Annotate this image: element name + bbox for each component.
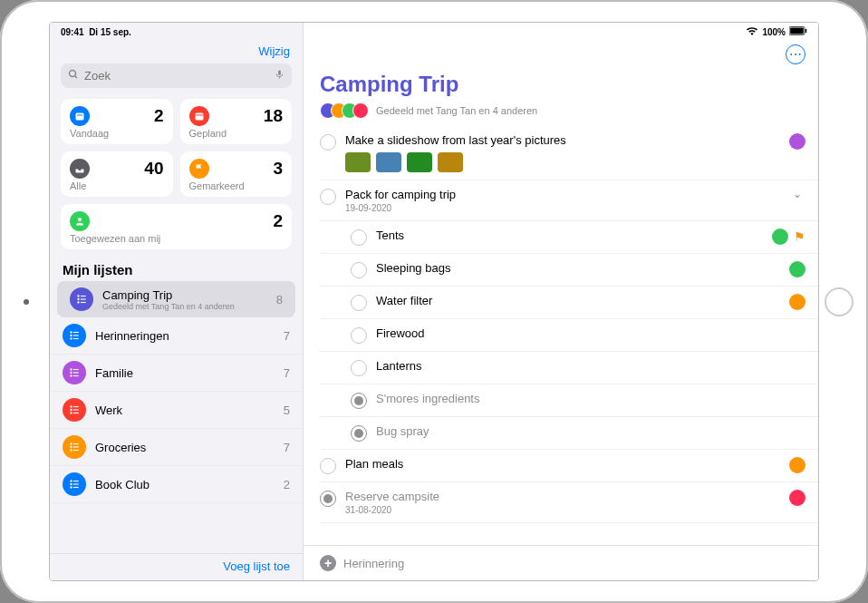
- card-today[interactable]: 2 Vandaag: [61, 99, 173, 144]
- task-radio[interactable]: [351, 360, 367, 376]
- thumbnail[interactable]: [438, 152, 463, 172]
- status-bar-right: 100%: [304, 23, 818, 41]
- home-button[interactable]: [825, 287, 854, 316]
- task-radio[interactable]: [320, 189, 336, 205]
- task-radio[interactable]: [320, 458, 336, 474]
- sidebar-list-werk[interactable]: Werk 5: [50, 392, 303, 429]
- shared-with-row[interactable]: Gedeeld met Tang Tan en 4 anderen: [304, 102, 818, 126]
- calendar-today-icon: [70, 106, 90, 126]
- task-title: Lanterns: [376, 359, 796, 373]
- more-button[interactable]: ⋯: [786, 44, 805, 64]
- svg-rect-36: [73, 443, 79, 444]
- list-name: Werk: [95, 404, 275, 417]
- svg-point-41: [70, 486, 72, 488]
- svg-rect-38: [73, 450, 79, 451]
- card-flagged-label: Gemarkeerd: [189, 180, 284, 191]
- list-name: Camping Trip: [102, 288, 267, 302]
- svg-point-11: [77, 301, 79, 303]
- svg-point-15: [70, 331, 72, 333]
- card-planned-count: 18: [264, 106, 283, 126]
- wifi-icon: [746, 26, 758, 37]
- svg-point-16: [70, 335, 72, 336]
- plus-icon: +: [320, 555, 336, 571]
- thumbnail[interactable]: [407, 152, 432, 172]
- svg-point-23: [70, 374, 72, 376]
- card-today-count: 2: [154, 106, 164, 126]
- sidebar-list-book-club[interactable]: Book Club 2: [50, 466, 303, 503]
- task-row[interactable]: Plan meals: [320, 450, 818, 482]
- search-input[interactable]: [84, 69, 269, 83]
- svg-point-0: [70, 71, 76, 77]
- svg-point-27: [70, 405, 72, 407]
- attachment-thumbnails[interactable]: [345, 152, 780, 172]
- task-title: Firewood: [376, 326, 796, 340]
- task-radio[interactable]: [351, 295, 367, 311]
- subtask-row[interactable]: Bug spray: [320, 417, 818, 450]
- chevron-down-icon[interactable]: ⌄: [789, 188, 805, 200]
- card-all[interactable]: 40 Alle: [61, 151, 173, 197]
- avatar: [352, 102, 369, 119]
- card-flagged[interactable]: 3 Gemarkeerd: [180, 151, 293, 197]
- card-today-label: Vandaag: [70, 128, 164, 139]
- subtask-row[interactable]: Water filter: [320, 287, 818, 319]
- list-name: Book Club: [95, 478, 275, 491]
- sidebar-list-familie[interactable]: Familie 7: [50, 355, 303, 392]
- subtask-row[interactable]: S'mores ingredients: [320, 384, 818, 417]
- list-count: 7: [284, 366, 290, 380]
- task-title: Make a slideshow from last year's pictur…: [345, 133, 780, 147]
- sidebar-list-camping-trip[interactable]: Camping Trip Gedeeld met Tang Tan en 4 a…: [57, 281, 295, 317]
- svg-rect-13: [81, 298, 86, 299]
- svg-rect-46: [790, 28, 804, 34]
- thumbnail[interactable]: [345, 152, 371, 172]
- subtask-row[interactable]: Tents ⚑: [320, 221, 818, 254]
- sidebar-list-herinneringen[interactable]: Herinneringen 7: [50, 317, 303, 355]
- list-name: Familie: [95, 366, 275, 380]
- task-title: Water filter: [376, 294, 780, 307]
- task-title: Pack for camping trip: [345, 188, 780, 201]
- svg-line-1: [75, 76, 78, 79]
- task-radio[interactable]: [351, 393, 367, 409]
- task-title: Tents: [376, 229, 763, 242]
- task-radio[interactable]: [320, 134, 336, 151]
- subtask-row[interactable]: Firewood: [320, 319, 818, 352]
- task-row[interactable]: Make a slideshow from last year's pictur…: [320, 126, 818, 180]
- task-row[interactable]: Reserve campsite 31-08-2020: [320, 482, 818, 523]
- ipad-frame: 09:41 Di 15 sep. Wijzig: [0, 0, 868, 603]
- sidebar-list-groceries[interactable]: Groceries 7: [50, 429, 303, 466]
- thumbnail[interactable]: [376, 152, 401, 172]
- list-icon: [63, 435, 86, 459]
- list-icon: [63, 398, 86, 422]
- card-assigned[interactable]: 2 Toegewezen aan mij: [61, 204, 292, 249]
- card-planned[interactable]: 18 Gepland: [180, 99, 293, 144]
- list-count: 7: [284, 329, 290, 343]
- card-all-count: 40: [144, 159, 163, 179]
- svg-rect-43: [73, 483, 79, 484]
- task-row[interactable]: Pack for camping trip 19-09-2020 ⌄: [320, 180, 818, 221]
- subtask-row[interactable]: Sleeping bags: [320, 254, 818, 287]
- mic-icon[interactable]: [275, 68, 285, 83]
- search-field[interactable]: [61, 63, 292, 88]
- calendar-icon: [189, 106, 209, 126]
- add-list-button[interactable]: Voeg lijst toe: [223, 559, 290, 573]
- subtask-row[interactable]: Lanterns: [320, 352, 818, 384]
- task-radio[interactable]: [351, 229, 367, 246]
- svg-rect-37: [73, 446, 79, 447]
- assignee-avatar: [772, 229, 788, 245]
- svg-rect-12: [81, 296, 86, 297]
- svg-point-40: [70, 483, 72, 485]
- svg-point-33: [70, 443, 72, 444]
- edit-button[interactable]: Wijzig: [258, 44, 290, 58]
- task-radio[interactable]: [351, 262, 367, 278]
- task-radio[interactable]: [351, 327, 367, 344]
- list-count: 5: [284, 404, 290, 417]
- svg-rect-18: [73, 332, 79, 333]
- person-icon: [70, 211, 90, 231]
- task-title: Plan meals: [345, 457, 780, 471]
- search-icon: [68, 69, 79, 83]
- add-reminder-button[interactable]: + Herinnering: [304, 545, 818, 580]
- task-radio[interactable]: [320, 491, 336, 507]
- add-reminder-label: Herinnering: [343, 557, 404, 570]
- task-title: Sleeping bags: [376, 261, 780, 275]
- list-title: Camping Trip: [320, 72, 802, 97]
- task-radio[interactable]: [351, 425, 367, 442]
